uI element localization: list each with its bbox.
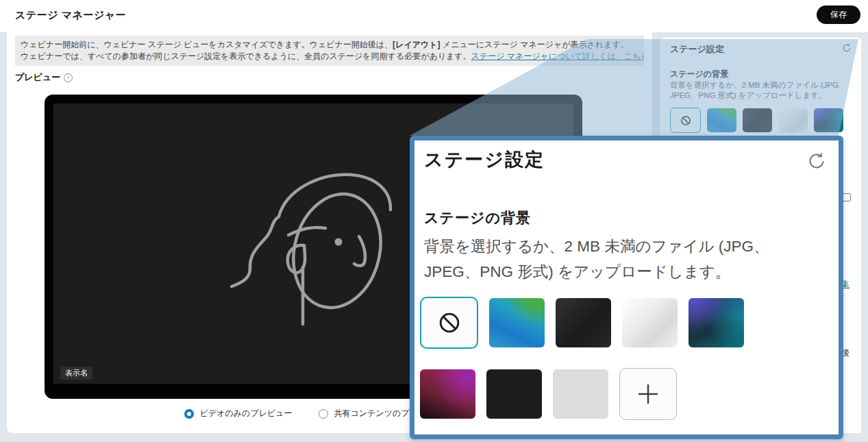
prohibited-icon — [436, 310, 462, 336]
banner-line-1: ウェビナー開始前に、ウェビナー ステージ ビューをカスタマイズできます。ウェビナ… — [21, 39, 638, 51]
radio-video-only[interactable]: ビデオのみのプレビュー — [184, 408, 293, 419]
radio-selected-icon[interactable] — [184, 409, 194, 419]
avatar-fringe — [288, 228, 325, 235]
swatch-light-swirl[interactable] — [622, 298, 678, 347]
header-bar: ステージ マネージャー 保存 — [0, 0, 868, 32]
swatch-light-gray[interactable] — [553, 369, 608, 419]
avatar-line-art — [223, 166, 418, 399]
refresh-icon[interactable] — [842, 43, 852, 53]
swatch-none[interactable] — [420, 297, 478, 349]
banner-layout-menu-ref: [レイアウト] — [393, 40, 440, 49]
display-name-tag: 表示名 — [60, 367, 92, 380]
sidebar-checkbox-fragment[interactable] — [843, 193, 851, 201]
plus-icon — [636, 382, 660, 406]
radio-video-only-label: ビデオのみのプレビュー — [200, 408, 293, 419]
swatch-purple-teal[interactable] — [689, 298, 744, 347]
refresh-icon[interactable] — [807, 151, 826, 171]
page-title: ステージ マネージャー — [15, 9, 126, 22]
callout-title: ステージ設定 — [424, 147, 545, 172]
avatar-hair-top — [279, 175, 390, 217]
swatch-blue-green[interactable] — [489, 298, 545, 347]
swatch-none[interactable] — [670, 108, 701, 133]
swatch-black[interactable] — [486, 369, 542, 419]
swatch-purple-teal[interactable] — [814, 108, 843, 132]
avatar-face — [282, 184, 393, 317]
info-icon[interactable]: i — [64, 73, 73, 82]
swatch-dark-swirl[interactable] — [743, 108, 772, 132]
swatch-light-swirl[interactable] — [778, 108, 808, 132]
avatar-hair-strand — [232, 217, 279, 286]
sidebar-section-title: ステージの背景 — [670, 69, 728, 80]
callout-section-title: ステージの背景 — [424, 208, 531, 228]
info-banner: ウェビナー開始前に、ウェビナー ステージ ビューをカスタマイズできます。ウェビナ… — [15, 36, 644, 66]
preview-heading: プレビューi — [15, 71, 73, 84]
save-button[interactable]: 保存 — [817, 5, 860, 24]
stage-settings-callout: ステージ設定 ステージの背景 背景を選択するか、2 MB 未満のファイル (JP… — [410, 136, 843, 439]
learn-more-link[interactable]: ステージ マネージャについて詳しくは、こちらをご覧ください。 — [471, 51, 644, 61]
banner-line-2: ウェビナーでは、すべての参加者が同じステージ設定を表示できるように、全員のステー… — [21, 51, 638, 62]
radio-unselected-icon[interactable] — [319, 409, 328, 419]
swatch-dark-swirl[interactable] — [556, 298, 611, 347]
avatar-nose — [354, 236, 365, 266]
callout-section-description: 背景を選択するか、2 MB 未満のファイル (JPG、 JPEG、PNG 形式)… — [424, 234, 769, 284]
prohibited-icon — [680, 114, 692, 127]
background-swatches-row-2 — [420, 368, 677, 420]
stage-manager-page: ステージ マネージャー 保存 ウェビナー開始前に、ウェビナー ステージ ビューを… — [0, 0, 868, 442]
avatar-eye — [335, 238, 343, 246]
sidebar-background-swatches — [670, 108, 843, 133]
add-background-button[interactable] — [619, 368, 677, 420]
swatch-red-purple[interactable] — [420, 369, 475, 419]
background-swatches-row-1 — [420, 297, 744, 349]
avatar-ear — [288, 245, 305, 273]
swatch-blue-green[interactable] — [707, 108, 736, 132]
sidebar-panel-title: ステージ設定 — [670, 43, 724, 56]
sidebar-section-description: 背景を選択するか、2 MB 未満のファイル (JPG、 JPEG、PNG 形式)… — [670, 80, 846, 101]
